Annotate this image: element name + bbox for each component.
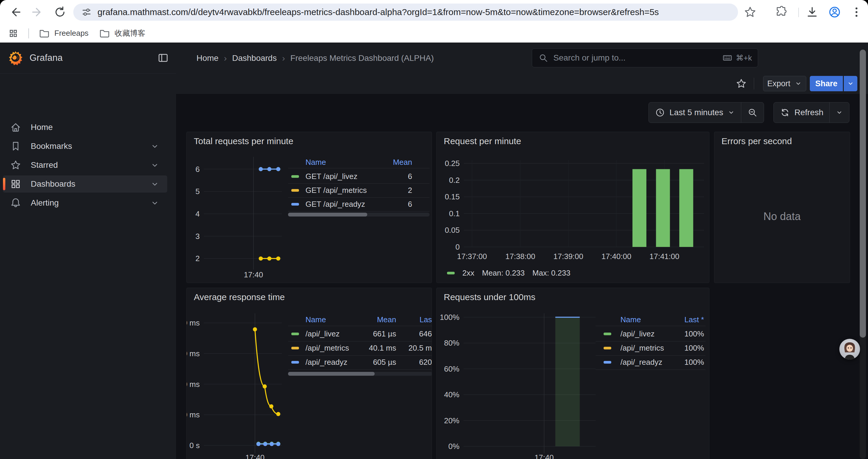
panel-title[interactable]: Errors per second: [721, 136, 792, 146]
refresh-label: Refresh: [795, 108, 824, 117]
sidebar-item-alerting[interactable]: Alerting: [3, 194, 167, 211]
grafana-logo-icon[interactable]: [8, 50, 23, 66]
chevron-down-icon[interactable]: [150, 141, 159, 151]
sidebar-item-label: Dashboards: [31, 179, 75, 189]
bookmark-star-icon[interactable]: [743, 5, 757, 19]
panel-title[interactable]: Total requests per minute: [194, 136, 293, 146]
legend-scrollbar[interactable]: [288, 213, 430, 217]
breadcrumb-home[interactable]: Home: [196, 54, 219, 63]
zoom-out-button[interactable]: [741, 102, 764, 123]
dashboards-icon: [9, 178, 22, 190]
no-data-text: No data: [714, 210, 850, 223]
panel-requests-under-100ms[interactable]: Requests under 100ms 100%80%60%40%20%0%1…: [436, 288, 709, 459]
panel-request-per-minute[interactable]: Request per minute 0.250.20.150.10.05017…: [436, 132, 709, 283]
forward-icon[interactable]: [31, 5, 44, 19]
extensions-icon[interactable]: [775, 5, 788, 19]
panel-average-response-time[interactable]: Average response time 80 ms60 ms40 ms20 …: [186, 288, 432, 459]
refresh-control: Refresh: [773, 102, 849, 123]
site-settings-icon[interactable]: [80, 6, 93, 19]
breadcrumb-dashboards[interactable]: Dashboards: [232, 54, 277, 63]
legend-header-value[interactable]: Last *: [437, 315, 704, 324]
search-input[interactable]: Search or jump to... ⌘+k: [532, 48, 758, 67]
sidebar-item-bookmarks[interactable]: Bookmarks: [3, 138, 167, 155]
panel-legend[interactable]: 2xxMean: 0.233Max: 0.233: [447, 268, 570, 277]
svg-text:17:40:00: 17:40:00: [601, 252, 631, 261]
time-range-label: Last 5 minutes: [670, 108, 723, 117]
zoom-out-icon: [747, 107, 758, 118]
assistant-avatar[interactable]: [839, 339, 860, 359]
legend-series-value: 20.5 m: [187, 343, 432, 353]
chevron-down-icon[interactable]: [150, 179, 159, 189]
sidebar-item-dashboards[interactable]: Dashboards: [3, 175, 167, 193]
panel-title[interactable]: Requests under 100ms: [444, 292, 535, 302]
dock-sidebar-icon[interactable]: [157, 52, 169, 64]
svg-text:2: 2: [195, 254, 200, 263]
browser-window: grafana.mathmast.com/d/deytv4rwavabkb/fr…: [0, 0, 868, 459]
svg-text:17:38:00: 17:38:00: [505, 252, 535, 261]
panel-title[interactable]: Average response time: [194, 292, 285, 302]
legend-separator: [596, 369, 706, 370]
legend-separator: [288, 355, 432, 356]
legend-separator: [288, 341, 432, 341]
search-icon: [538, 53, 549, 63]
toolbar-divider: [798, 8, 799, 17]
panel-total-requests-per-minute[interactable]: Total requests per minute 6543217:40Name…: [186, 132, 432, 283]
browser-menu-icon[interactable]: [850, 5, 863, 19]
active-indicator: [3, 178, 5, 190]
legend-header-value[interactable]: Las: [187, 315, 432, 324]
sidebar-item-label: Home: [31, 123, 53, 132]
sidebar-item-starred[interactable]: Starred: [3, 157, 167, 174]
search-placeholder: Search or jump to...: [553, 53, 717, 63]
search-shortcut: ⌘+k: [722, 52, 752, 64]
favorite-star-icon[interactable]: [735, 77, 747, 90]
share-button[interactable]: Share: [810, 76, 843, 91]
svg-text:4: 4: [195, 209, 200, 218]
folder-icon: [99, 27, 111, 39]
bell-icon: [9, 197, 22, 209]
page-scrollbar-thumb[interactable]: [860, 50, 866, 338]
chevron-down-icon: [795, 80, 802, 88]
sidebar-item-home[interactable]: Home: [3, 119, 167, 136]
svg-text:0.2: 0.2: [449, 176, 460, 185]
legend-scrollbar[interactable]: [288, 372, 432, 376]
time-range-picker[interactable]: Last 5 minutes: [649, 102, 741, 123]
share-menu-button[interactable]: [844, 76, 857, 91]
panel-errors-per-second[interactable]: Errors per second No data: [714, 132, 850, 283]
folder-icon: [38, 27, 50, 39]
refresh-interval-button[interactable]: [830, 102, 849, 123]
bookmark-label: 收藏博客: [115, 28, 145, 38]
svg-text:20 ms: 20 ms: [187, 410, 200, 419]
legend-series-value: 620: [187, 358, 432, 367]
svg-text:17:40: 17:40: [244, 270, 263, 279]
svg-text:17:40: 17:40: [534, 453, 554, 459]
url-bar[interactable]: grafana.mathmast.com/d/deytv4rwavabkb/fr…: [73, 4, 738, 21]
bookmark-folder-blogs[interactable]: 收藏博客: [99, 27, 145, 39]
apps-grid-icon[interactable]: [7, 27, 20, 40]
bookmarks-bar: Freeleaps 收藏博客: [0, 24, 868, 43]
legend-separator: [288, 184, 430, 184]
clock-icon: [655, 107, 665, 118]
legend-separator: [596, 355, 706, 356]
back-icon[interactable]: [8, 5, 22, 19]
chevron-down-icon[interactable]: [150, 198, 159, 208]
keyboard-icon: [722, 52, 733, 64]
download-icon[interactable]: [805, 5, 819, 19]
sidebar: Grafana Home Bookmarks Starred Dashboar: [0, 42, 176, 459]
reload-icon[interactable]: [53, 5, 67, 19]
breadcrumb: Home › Dashboards › Freeleaps Metrics Da…: [196, 53, 434, 63]
refresh-button[interactable]: Refresh: [774, 102, 829, 123]
chevron-down-icon[interactable]: [150, 160, 159, 170]
panel-title[interactable]: Request per minute: [444, 136, 521, 146]
legend-series-value: 6: [187, 172, 412, 181]
url-text[interactable]: grafana.mathmast.com/d/deytv4rwavabkb/fr…: [97, 7, 659, 17]
svg-text:0.25: 0.25: [445, 159, 460, 168]
bookmark-folder-freeleaps[interactable]: Freeleaps: [38, 27, 89, 39]
svg-text:17:41:00: 17:41:00: [649, 252, 679, 261]
sidebar-item-label: Starred: [31, 160, 58, 170]
legend-separator: [596, 341, 706, 341]
profile-icon[interactable]: [828, 5, 841, 19]
export-button[interactable]: Export: [763, 76, 806, 91]
svg-text:0 s: 0 s: [189, 441, 200, 450]
legend-series-value: 646: [187, 329, 432, 338]
legend-header-value[interactable]: Mean: [187, 158, 412, 167]
